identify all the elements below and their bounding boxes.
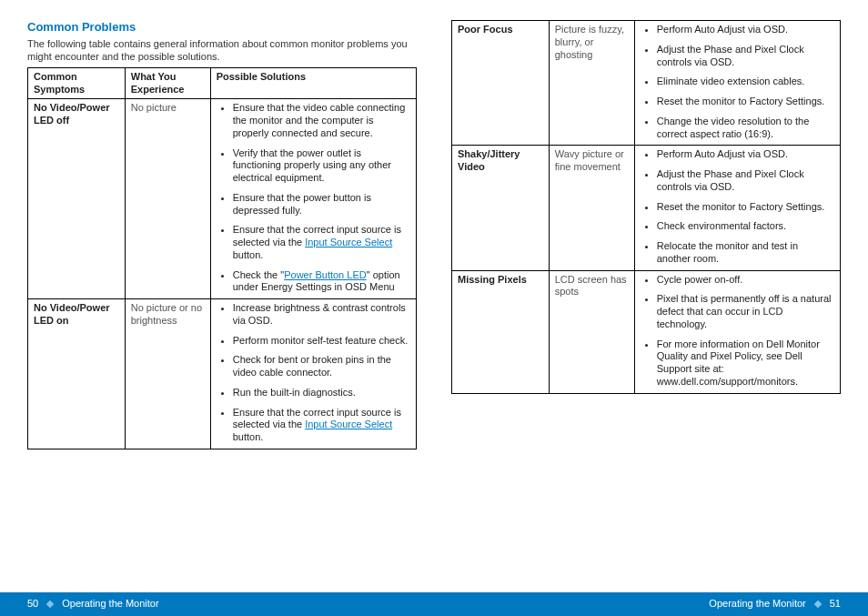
col-experience: What You Experience bbox=[125, 67, 210, 99]
doc-link[interactable]: Input Source Select bbox=[305, 237, 392, 247]
cell-experience: Picture is fuzzy, blurry, or ghosting bbox=[549, 21, 634, 146]
footer-right: Operating the Monitor 51 bbox=[434, 598, 868, 611]
solution-item: Perform Auto Adjust via OSD. bbox=[657, 148, 834, 161]
solution-item: Verify that the power outlet is function… bbox=[233, 147, 410, 185]
table-row: Missing PixelsLCD screen has spotsCycle … bbox=[452, 270, 841, 393]
problems-table-right: Poor FocusPicture is fuzzy, blurry, or g… bbox=[451, 20, 841, 394]
col-symptoms: Common Symptoms bbox=[28, 67, 126, 99]
solution-item: Change the video resolution to the corre… bbox=[657, 116, 834, 141]
cell-symptom: No Video/Power LED on bbox=[28, 299, 126, 449]
solution-item: Perform Auto Adjust via OSD. bbox=[657, 24, 834, 36]
left-column: Common Problems The following table cont… bbox=[27, 20, 417, 582]
cell-symptom: No Video/Power LED off bbox=[28, 99, 126, 299]
footer-section-right: Operating the Monitor bbox=[709, 598, 805, 611]
solution-item: Ensure that the correct input source is … bbox=[233, 224, 410, 261]
solution-item: Adjust the Phase and Pixel Clock control… bbox=[657, 168, 834, 194]
diamond-icon bbox=[46, 601, 54, 608]
table-row: No Video/Power LED offNo pictureEnsure t… bbox=[28, 99, 417, 299]
cell-solutions: Perform Auto Adjust via OSD.Adjust the P… bbox=[634, 21, 840, 146]
solution-item: Reset the monitor to Factory Settings. bbox=[657, 96, 834, 108]
solution-list: Increase brightness & contrast controls … bbox=[217, 302, 410, 444]
cell-experience: Wavy picture or fine movement bbox=[549, 146, 634, 270]
cell-symptom: Missing Pixels bbox=[452, 270, 550, 393]
diamond-icon bbox=[814, 601, 822, 608]
solution-item: Check environmental factors. bbox=[657, 220, 834, 233]
page-number-right: 51 bbox=[830, 598, 841, 611]
table-row: No Video/Power LED onNo picture or no br… bbox=[28, 299, 417, 449]
solution-item: Ensure that the power button is depresse… bbox=[233, 192, 410, 217]
cell-experience: No picture or no brightness bbox=[125, 299, 210, 449]
problems-table-left: Common Symptoms What You Experience Poss… bbox=[27, 67, 417, 449]
col-solutions: Possible Solutions bbox=[210, 67, 416, 99]
table-row: Poor FocusPicture is fuzzy, blurry, or g… bbox=[452, 21, 841, 146]
solution-item: Check for bent or broken pins in the vid… bbox=[233, 354, 410, 379]
solution-item: Adjust the Phase and Pixel Clock control… bbox=[657, 44, 834, 69]
solution-item: Check the "Power Button LED" option unde… bbox=[233, 269, 410, 295]
doc-link[interactable]: Input Source Select bbox=[305, 419, 392, 429]
solution-list: Cycle power on-off.Pixel that is permane… bbox=[641, 274, 834, 389]
table-body-left: No Video/Power LED offNo pictureEnsure t… bbox=[28, 99, 417, 449]
solution-item: Relocate the monitor and test in another… bbox=[657, 240, 834, 266]
solution-list: Perform Auto Adjust via OSD.Adjust the P… bbox=[641, 24, 834, 140]
page-footer: 50 Operating the Monitor Operating the M… bbox=[0, 592, 868, 616]
solution-item: Ensure that the video cable connecting t… bbox=[233, 102, 410, 139]
solution-list: Perform Auto Adjust via OSD.Adjust the P… bbox=[641, 148, 834, 265]
cell-experience: No picture bbox=[125, 99, 210, 299]
cell-symptom: Shaky/Jittery Video bbox=[452, 146, 550, 270]
intro-paragraph: The following table contains general inf… bbox=[27, 38, 417, 64]
solution-item: Perform monitor self-test feature check. bbox=[233, 335, 410, 348]
solution-list: Ensure that the video cable connecting t… bbox=[217, 102, 410, 294]
table-row: Shaky/Jittery VideoWavy picture or fine … bbox=[452, 146, 841, 270]
cell-solutions: Increase brightness & contrast controls … bbox=[210, 299, 416, 449]
solution-item: Pixel that is permanently off is a natur… bbox=[657, 293, 834, 330]
cell-solutions: Ensure that the video cable connecting t… bbox=[210, 99, 416, 299]
solution-item: Reset the monitor to Factory Settings. bbox=[657, 201, 834, 214]
page-body: Common Problems The following table cont… bbox=[0, 0, 868, 582]
cell-symptom: Poor Focus bbox=[452, 21, 550, 146]
solution-item: Ensure that the correct input source is … bbox=[233, 407, 410, 444]
doc-link[interactable]: Power Button LED bbox=[284, 269, 367, 280]
right-column: Poor FocusPicture is fuzzy, blurry, or g… bbox=[451, 20, 841, 582]
solution-item: For more information on Dell Monitor Qua… bbox=[657, 338, 834, 389]
cell-solutions: Cycle power on-off.Pixel that is permane… bbox=[634, 270, 840, 393]
footer-left: 50 Operating the Monitor bbox=[0, 598, 434, 611]
solution-item: Run the built-in diagnostics. bbox=[233, 387, 410, 399]
cell-experience: LCD screen has spots bbox=[549, 270, 634, 393]
cell-solutions: Perform Auto Adjust via OSD.Adjust the P… bbox=[634, 146, 840, 270]
solution-item: Increase brightness & contrast controls … bbox=[233, 302, 410, 328]
section-heading: Common Problems bbox=[27, 20, 417, 35]
solution-item: Cycle power on-off. bbox=[657, 274, 834, 287]
solution-item: Eliminate video extension cables. bbox=[657, 76, 834, 88]
table-body-right: Poor FocusPicture is fuzzy, blurry, or g… bbox=[452, 21, 841, 394]
table-header-row: Common Symptoms What You Experience Poss… bbox=[28, 67, 417, 99]
page-number-left: 50 bbox=[27, 598, 38, 611]
footer-section-left: Operating the Monitor bbox=[62, 598, 158, 611]
